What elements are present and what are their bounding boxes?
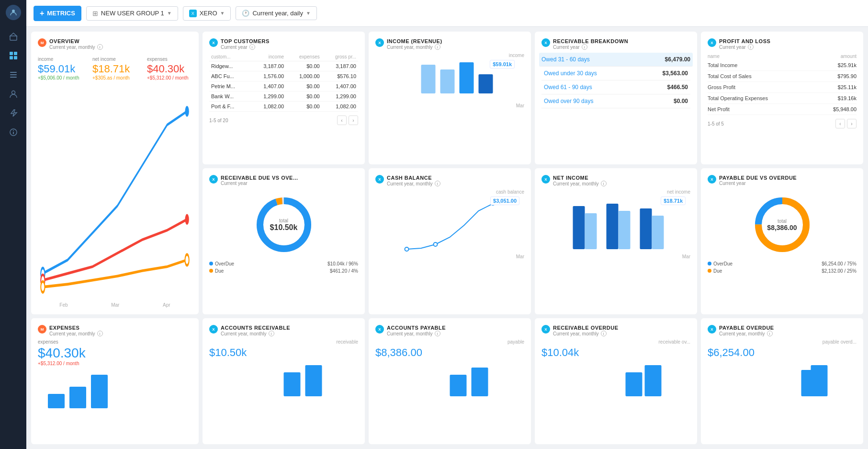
expenses-logo: M [38, 325, 46, 334]
sidebar-item-list[interactable] [6, 67, 21, 82]
customer-expenses: 1,000.00 [286, 71, 322, 81]
receivable-overdue-info-icon[interactable]: i [601, 331, 607, 336]
svg-rect-19 [421, 65, 436, 93]
table-row: Petrie M... 1,407.00 $0.00 1,407.00 [209, 81, 358, 92]
svg-rect-21 [460, 62, 474, 93]
sidebar-item-lightning[interactable] [6, 105, 21, 121]
sidebar-item-user[interactable] [6, 86, 21, 102]
pl-col-name: name [708, 54, 720, 59]
cash-balance-card: X CASH BALANCE Current year, monthly i c… [369, 168, 531, 314]
table-row: Bank W... 1,299.00 $0.00 1,299.00 [209, 92, 358, 102]
pl-row: Total Income $25.91k [708, 60, 857, 71]
accounts-payable-info-icon[interactable]: i [435, 331, 440, 336]
payable-overdue-label: OverDue [713, 261, 733, 266]
svg-rect-32 [573, 206, 585, 249]
period-dropdown[interactable]: 🕐 Current year, daily ▼ [236, 6, 316, 20]
next-page-button[interactable]: › [349, 115, 358, 125]
table-row: ABC Fu... 1,576.00 1,000.00 $576.10 [209, 71, 358, 81]
svg-rect-22 [479, 74, 493, 93]
receivable-due-title: RECEIVABLE DUE VS OVE... [221, 175, 298, 181]
receivable-breakdown-rows: Owed 31 - 60 days $6,479.00 Owed under 3… [541, 53, 690, 108]
payable-due-total-label: total [767, 219, 797, 224]
customer-name: Port & F... [209, 102, 250, 112]
expenses-info-icon[interactable]: i [97, 331, 103, 336]
chart-label-mar: Mar [111, 302, 119, 308]
breakdown-value: $3,563.00 [663, 70, 688, 77]
prev-page-button[interactable]: ‹ [337, 115, 347, 125]
income-label: income [38, 57, 83, 62]
top-customers-subtitle: Current year [221, 45, 248, 50]
pl-next-button[interactable]: › [847, 119, 857, 128]
accounts-payable-logo: X [375, 325, 384, 334]
top-customers-logo: X [209, 38, 218, 47]
receivable-overdue-card: X RECEIVABLE OVERDUE Current year, month… [535, 318, 697, 444]
breakdown-row: Owed 31 - 60 days $6,479.00 [539, 53, 693, 67]
profit-loss-title: PROFIT AND LOSS [719, 38, 770, 44]
svg-rect-2 [10, 52, 13, 55]
col-customer: custom... [209, 53, 250, 61]
sidebar-item-dashboard[interactable] [6, 48, 21, 63]
payable-overdue-logo: X [708, 325, 716, 334]
pl-prev-button[interactable]: ‹ [835, 119, 845, 128]
xero-dropdown[interactable]: X XERO ▼ [183, 6, 231, 21]
breakdown-value: $0.00 [674, 98, 688, 104]
svg-rect-23 [48, 394, 65, 408]
svg-rect-8 [10, 77, 17, 78]
receivable-due-subtitle: Current year [221, 181, 248, 186]
payable-overdue-info-icon[interactable]: i [767, 331, 773, 336]
net-income-info-icon[interactable]: i [601, 181, 607, 186]
customer-gross: 1,299.00 [322, 92, 358, 102]
svg-rect-6 [10, 72, 17, 73]
svg-rect-4 [10, 56, 13, 59]
avatar[interactable] [6, 5, 21, 20]
income-revenue-info-icon[interactable]: i [435, 44, 440, 50]
pl-label: Total Income [708, 62, 737, 68]
cash-balance-info-icon[interactable]: i [435, 181, 440, 186]
receivable-breakdown-subtitle: Current year [553, 45, 580, 50]
svg-point-11 [13, 130, 14, 131]
customer-name: Bank W... [209, 92, 250, 102]
sidebar-item-info[interactable] [6, 125, 21, 140]
pl-rows: Total Income $25.91k Total Cost of Sales… [708, 60, 857, 115]
table-row: Ridgew... 3,187.00 $0.00 3,187.00 [209, 61, 358, 71]
receivable-breakdown-info-icon[interactable]: i [582, 44, 587, 50]
breakdown-label: Owed 61 - 90 days [544, 84, 592, 91]
income-revenue-value-label: income [375, 53, 524, 58]
expenses-title: EXPENSES [49, 325, 103, 331]
breakdown-row: Owed over 90 days $0.00 [541, 94, 690, 108]
top-customers-table: custom... income expenses gross pr... Ri… [209, 53, 358, 112]
pl-label: Total Cost of Sales [708, 73, 752, 79]
net-income-subtitle: Current year, monthly [553, 181, 599, 186]
svg-rect-41 [284, 372, 301, 396]
accounts-receivable-value: $10.50k [209, 346, 358, 359]
accounts-payable-title: ACCOUNTS PAYABLE [387, 325, 446, 331]
sidebar-item-home[interactable] [6, 29, 21, 44]
customer-expenses: $0.00 [286, 102, 322, 112]
user-group-dropdown[interactable]: ⊞ NEW USER GROUP 1 ▼ [86, 6, 178, 21]
period-label: Current year, daily [252, 10, 303, 17]
chevron-down-icon: ▼ [167, 11, 172, 16]
cash-balance-chart-label: Mar [375, 254, 524, 259]
customer-expenses: $0.00 [286, 81, 322, 92]
net-income-overlay: $18.71k [661, 196, 686, 205]
overview-logo: M [38, 38, 46, 47]
accounts-receivable-info-icon[interactable]: i [269, 331, 274, 336]
group-icon: ⊞ [92, 10, 98, 17]
profit-loss-logo: X [708, 38, 716, 47]
dashboard-grid: M OVERVIEW Current year, monthly i incom… [26, 27, 868, 449]
customer-name: Petrie M... [209, 81, 250, 92]
table-row: Port & F... 1,082.00 $0.00 1,082.00 [209, 102, 358, 112]
payable-overdue-value: $6,254.00 / 75% [822, 261, 857, 266]
profit-loss-info-icon[interactable]: i [748, 44, 754, 50]
accounts-payable-value-label: payable [375, 339, 524, 345]
accounts-receivable-title: ACCOUNTS RECEIVABLE [221, 325, 290, 331]
overview-info-icon[interactable]: i [97, 44, 103, 50]
metrics-label: METRICS [47, 10, 75, 17]
payable-due-subtitle: Current year [719, 181, 746, 186]
accounts-payable-value: $8,386.00 [375, 346, 524, 359]
payable-due-value: $2,132.00 / 25% [822, 268, 857, 274]
due-label: Due [215, 268, 224, 274]
add-metrics-button[interactable]: + METRICS [34, 6, 81, 21]
receivable-overdue-value-label: receivable ov... [541, 339, 690, 345]
top-customers-info-icon[interactable]: i [249, 44, 255, 50]
